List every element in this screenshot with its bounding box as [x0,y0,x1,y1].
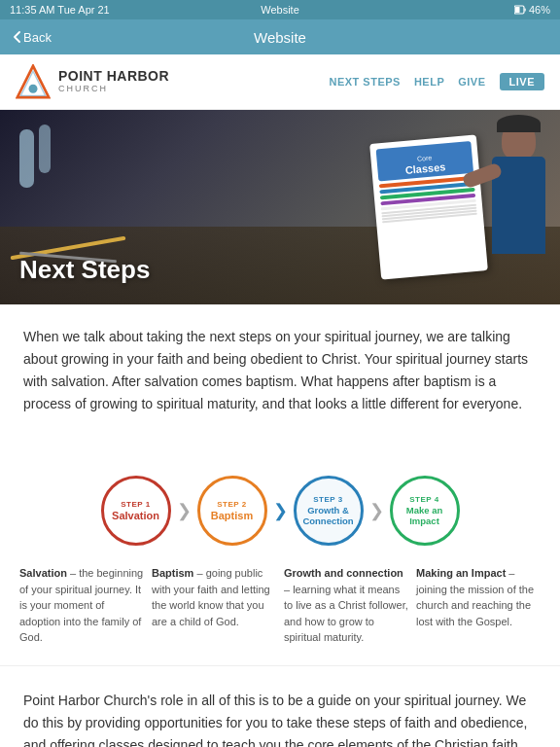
site-nav: NEXT STEPS HELP GIVE LIVE [329,73,544,90]
step-3-desc: Growth and connection – learning what it… [284,565,408,646]
step-2-desc: Baptism – going public with your faith a… [152,565,276,646]
step-2-circle[interactable]: STEP 2 Baptism [197,476,267,546]
step-1-circle[interactable]: STEP 1 Salvation [101,476,171,546]
hero-title: Next Steps [19,255,150,285]
nav-next-steps[interactable]: NEXT STEPS [329,76,400,88]
steps-row: STEP 1 Salvation ❯ STEP 2 Baptism ❯ STEP… [16,476,544,546]
nav-live[interactable]: LIVE [500,73,544,90]
nav-give[interactable]: GIVE [458,76,485,88]
step-4-desc: Making an Impact – joining the mission o… [416,565,541,646]
step-3-desc-label: Growth and connection [284,567,403,579]
arrow-2: ❯ [273,500,288,521]
steps-section: STEP 1 Salvation ❯ STEP 2 Baptism ❯ STEP… [0,466,560,665]
step-1-desc-label: Salvation [19,567,67,579]
step-1-name: Salvation [112,510,159,521]
logo-sub: CHURCH [58,85,169,94]
status-bar: 11:35 AM Tue Apr 21 Website 46% [0,0,560,19]
step-3-num: STEP 3 [313,495,342,504]
bottom-section: Point Harbor Church's role in all of thi… [0,665,560,747]
logo-name: POINT HARBOR [58,69,169,84]
status-battery: 46% [514,4,550,16]
step-4-name: Make anImpact [406,505,443,527]
step-2-name: Baptism [211,510,253,521]
intro-text: When we talk about taking the next steps… [23,326,537,415]
step-1-num: STEP 1 [121,500,150,509]
logo[interactable]: POINT HARBOR CHURCH [16,64,169,99]
bottom-text: Point Harbor Church's role in all of thi… [23,690,537,747]
step-3-circle[interactable]: STEP 3 Growth &Connection [294,476,364,546]
status-center: Website [261,4,299,16]
step-1-desc: Salvation – the beginning of your spirit… [19,565,144,646]
step-4-circle[interactable]: STEP 4 Make anImpact [390,476,460,546]
status-time: 11:35 AM Tue Apr 21 [10,4,110,16]
arrow-3: ❯ [369,500,384,521]
step-2-num: STEP 2 [217,500,246,509]
hero-section: Core Classes Next Steps [0,110,560,304]
step-3-name: Growth &Connection [302,505,353,527]
site-header: POINT HARBOR CHURCH NEXT STEPS HELP GIVE… [0,54,560,110]
intro-section: When we talk about taking the next steps… [0,304,560,466]
step-4-num: STEP 4 [409,495,438,504]
step-2-desc-label: Baptism [152,567,193,579]
nav-help[interactable]: HELP [414,76,444,88]
arrow-1: ❯ [177,500,192,521]
nav-title: Website [254,29,306,46]
svg-rect-2 [515,7,520,13]
logo-icon [16,64,51,99]
svg-point-5 [29,85,38,93]
steps-desc-row: Salvation – the beginning of your spirit… [16,565,544,646]
svg-rect-1 [524,9,525,12]
nav-bar: Back Website [0,19,560,54]
step-4-desc-label: Making an Impact [416,567,506,579]
back-button[interactable]: Back [14,30,52,45]
